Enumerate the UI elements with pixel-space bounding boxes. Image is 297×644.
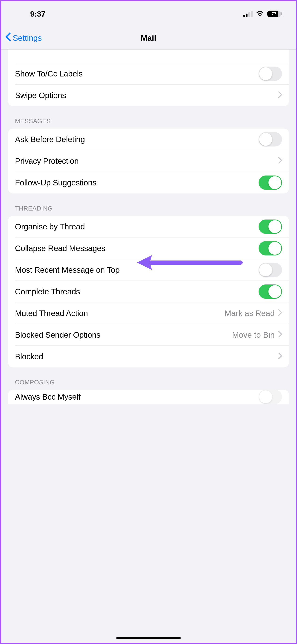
- row-value: Mark as Read: [224, 309, 275, 318]
- row-label: Always Bcc Myself: [15, 392, 258, 402]
- row-label: Blocked Sender Options: [15, 330, 232, 340]
- status-time: 9:37: [30, 10, 45, 18]
- toggle-collapse-read[interactable]: [258, 241, 282, 256]
- settings-section-messages: Ask Before Deleting Privacy Protection F…: [8, 128, 289, 194]
- toggle-complete-threads[interactable]: [258, 284, 282, 299]
- row-swipe-options[interactable]: Swipe Options: [8, 84, 289, 106]
- status-bar: 9:37 77: [1, 1, 296, 26]
- row-label: Ask Before Deleting: [15, 135, 258, 144]
- back-label: Settings: [13, 34, 42, 42]
- cellular-signal-icon: [243, 11, 252, 17]
- row-label: Blocked: [15, 352, 278, 361]
- row-label: Organise by Thread: [15, 222, 258, 231]
- row-follow-up-suggestions[interactable]: Follow-Up Suggestions: [8, 172, 289, 194]
- row-label: Most Recent Message on Top: [15, 265, 258, 274]
- settings-section-composing: Always Bcc Myself: [8, 390, 289, 404]
- settings-section-threading: Organise by Thread Collapse Read Message…: [8, 216, 289, 367]
- row-show-to-cc-labels[interactable]: Show To/Cc Labels: [8, 63, 289, 84]
- row-label: Muted Thread Action: [15, 309, 224, 318]
- toggle-ask-before-deleting[interactable]: [258, 132, 282, 146]
- home-indicator[interactable]: [116, 637, 181, 639]
- section-header-messages: MESSAGES: [8, 106, 289, 128]
- svg-rect-0: [243, 15, 245, 17]
- settings-section-first: Show To/Cc Labels Swipe Options: [8, 50, 289, 106]
- row-complete-threads[interactable]: Complete Threads: [8, 281, 289, 302]
- page-title: Mail: [141, 34, 156, 42]
- table-row-partial[interactable]: [8, 50, 289, 63]
- toggle-show-to-cc[interactable]: [258, 66, 282, 81]
- svg-rect-1: [246, 14, 248, 17]
- row-privacy-protection[interactable]: Privacy Protection: [8, 150, 289, 172]
- row-collapse-read-messages[interactable]: Collapse Read Messages: [8, 238, 289, 259]
- chevron-right-icon: [278, 157, 282, 166]
- section-header-threading: THREADING: [8, 194, 289, 216]
- row-blocked[interactable]: Blocked: [8, 346, 289, 367]
- row-label: Collapse Read Messages: [15, 244, 258, 253]
- battery-icon: 77: [267, 10, 282, 17]
- chevron-right-icon: [278, 331, 282, 339]
- row-value: Move to Bin: [232, 330, 275, 340]
- toggle-organise-by-thread[interactable]: [258, 220, 282, 234]
- row-always-bcc-myself[interactable]: Always Bcc Myself: [8, 390, 289, 404]
- row-organise-by-thread[interactable]: Organise by Thread: [8, 216, 289, 238]
- wifi-icon: [256, 11, 264, 17]
- toggle-follow-up-suggestions[interactable]: [258, 176, 282, 190]
- row-label: Follow-Up Suggestions: [15, 178, 258, 187]
- back-button[interactable]: Settings: [5, 32, 42, 44]
- chevron-right-icon: [278, 352, 282, 361]
- row-label: Privacy Protection: [15, 156, 278, 166]
- chevron-right-icon: [278, 91, 282, 100]
- toggle-most-recent-on-top[interactable]: [258, 263, 282, 277]
- chevron-left-icon: [5, 32, 11, 44]
- row-ask-before-deleting[interactable]: Ask Before Deleting: [8, 128, 289, 150]
- toggle-always-bcc[interactable]: [258, 390, 282, 404]
- status-icons: 77: [243, 10, 282, 17]
- svg-rect-3: [251, 11, 252, 17]
- row-label: Complete Threads: [15, 287, 258, 296]
- svg-rect-2: [248, 12, 250, 17]
- row-label: Swipe Options: [15, 91, 278, 100]
- row-most-recent-on-top[interactable]: Most Recent Message on Top: [8, 259, 289, 281]
- chevron-right-icon: [278, 309, 282, 318]
- row-muted-thread-action[interactable]: Muted Thread Action Mark as Read: [8, 302, 289, 324]
- section-header-composing: COMPOSING: [8, 367, 289, 390]
- row-blocked-sender-options[interactable]: Blocked Sender Options Move to Bin: [8, 324, 289, 346]
- navigation-bar: Settings Mail: [1, 26, 296, 50]
- row-label: Show To/Cc Labels: [15, 69, 258, 78]
